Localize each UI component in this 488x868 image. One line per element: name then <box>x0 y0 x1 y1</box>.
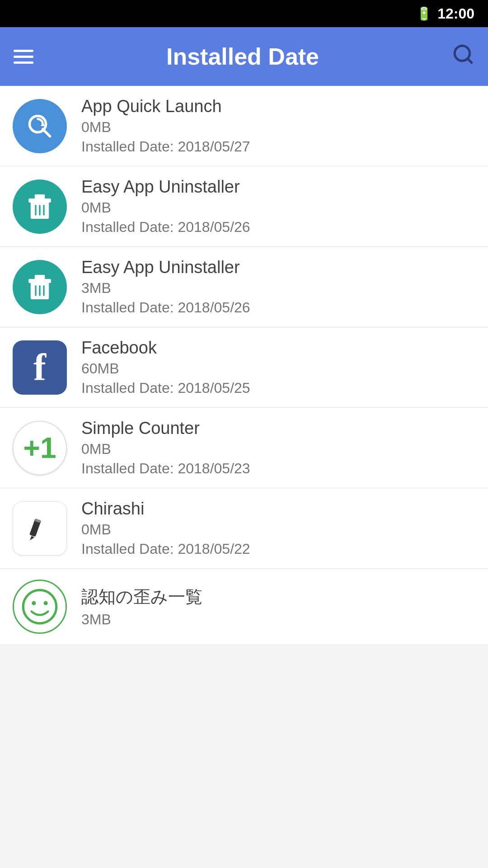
search-button[interactable] <box>452 43 474 71</box>
plus-one-label: +1 <box>23 431 56 465</box>
app-size: 60MB <box>81 360 475 377</box>
app-name: Easy App Uninstaller <box>81 177 475 197</box>
app-name: Facebook <box>81 338 475 358</box>
menu-button[interactable] <box>14 50 33 64</box>
app-icon-ninchino-yugami <box>13 580 67 634</box>
app-size: 0MB <box>81 119 475 136</box>
status-time: 12:00 <box>437 5 474 22</box>
status-bar: 🔋 12:00 <box>0 0 488 27</box>
facebook-f-letter: f <box>33 349 46 387</box>
app-info: Easy App Uninstaller 0MB Installed Date:… <box>81 177 475 236</box>
app-installed-date: Installed Date: 2018/05/23 <box>81 460 475 477</box>
app-icon-easy-app-uninstaller-1 <box>13 179 67 234</box>
list-item[interactable]: f Facebook 60MB Installed Date: 2018/05/… <box>0 327 488 408</box>
app-icon-easy-app-uninstaller-2 <box>13 260 67 314</box>
app-name: Chirashi <box>81 499 475 519</box>
app-info: App Quick Launch 0MB Installed Date: 201… <box>81 97 475 155</box>
app-list: App Quick Launch 0MB Installed Date: 201… <box>0 86 488 645</box>
app-bar: Installed Date <box>0 27 488 86</box>
app-size: 3MB <box>81 611 475 628</box>
svg-rect-12 <box>35 275 45 280</box>
app-info: Facebook 60MB Installed Date: 2018/05/25 <box>81 338 475 396</box>
app-size: 0MB <box>81 521 475 538</box>
app-info: 認知の歪み一覧 3MB <box>81 585 475 628</box>
app-icon-chirashi <box>13 501 67 556</box>
app-info: Chirashi 0MB Installed Date: 2018/05/22 <box>81 499 475 557</box>
app-size: 3MB <box>81 280 475 297</box>
app-name: Easy App Uninstaller <box>81 258 475 277</box>
app-info: Simple Counter 0MB Installed Date: 2018/… <box>81 419 475 477</box>
svg-point-19 <box>23 590 56 623</box>
app-installed-date: Installed Date: 2018/05/25 <box>81 380 475 396</box>
svg-rect-6 <box>35 194 45 199</box>
app-info: Easy App Uninstaller 3MB Installed Date:… <box>81 258 475 316</box>
page-title: Installed Date <box>47 43 438 70</box>
app-name: Simple Counter <box>81 419 475 438</box>
app-size: 0MB <box>81 199 475 216</box>
list-item[interactable]: Easy App Uninstaller 3MB Installed Date:… <box>0 247 488 327</box>
app-icon-app-quick-launch <box>13 99 67 153</box>
svg-line-1 <box>468 58 472 62</box>
svg-point-20 <box>32 601 36 605</box>
app-name: App Quick Launch <box>81 97 475 116</box>
app-icon-simple-counter: +1 <box>13 421 67 475</box>
list-item[interactable]: +1 Simple Counter 0MB Installed Date: 20… <box>0 408 488 488</box>
list-item[interactable]: Easy App Uninstaller 0MB Installed Date:… <box>0 166 488 247</box>
list-item[interactable]: Chirashi 0MB Installed Date: 2018/05/22 <box>0 488 488 569</box>
svg-point-21 <box>44 601 48 605</box>
app-size: 0MB <box>81 441 475 458</box>
app-installed-date: Installed Date: 2018/05/26 <box>81 219 475 236</box>
app-name: 認知の歪み一覧 <box>81 585 475 609</box>
app-installed-date: Installed Date: 2018/05/27 <box>81 138 475 155</box>
svg-marker-17 <box>30 536 34 540</box>
list-item[interactable]: 認知の歪み一覧 3MB <box>0 569 488 645</box>
app-installed-date: Installed Date: 2018/05/26 <box>81 299 475 316</box>
app-icon-facebook: f <box>13 340 67 395</box>
svg-marker-3 <box>41 122 45 126</box>
app-installed-date: Installed Date: 2018/05/22 <box>81 541 475 557</box>
battery-icon: 🔋 <box>416 6 432 21</box>
list-item[interactable]: App Quick Launch 0MB Installed Date: 201… <box>0 86 488 166</box>
